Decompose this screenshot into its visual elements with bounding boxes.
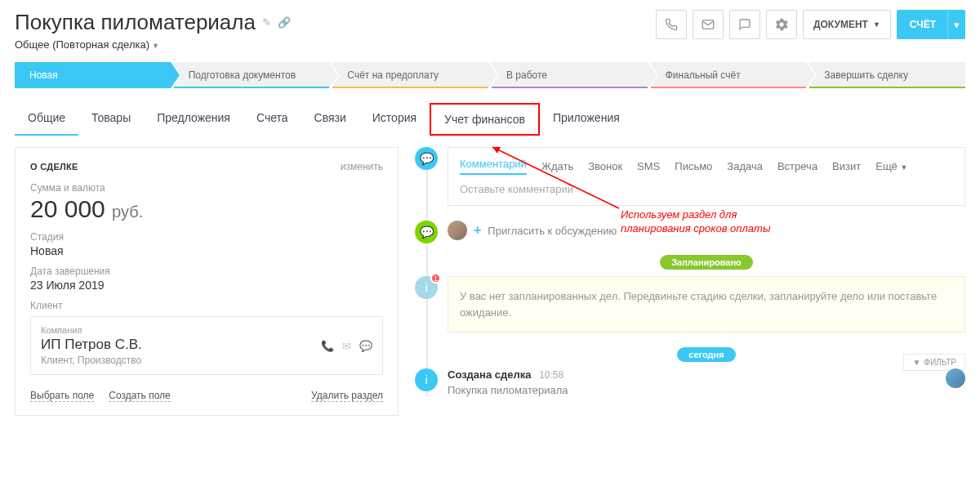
mail-button[interactable] — [693, 10, 724, 39]
client-chat-icon[interactable]: 💬 — [359, 340, 372, 352]
deal-subtitle[interactable]: Общее (Повторная сделка)▼ — [15, 38, 291, 51]
invoice-button[interactable]: СЧЁТ — [897, 10, 949, 39]
client-mail-icon[interactable]: ✉ — [342, 340, 351, 352]
tab-Учет финансов[interactable]: Учет финансов — [430, 103, 540, 136]
stage-item[interactable]: Новая — [15, 62, 171, 88]
delete-section-link[interactable]: Удалить раздел — [311, 390, 383, 402]
avatar — [448, 221, 467, 240]
info-icon: i1 — [415, 276, 438, 299]
deal-title: Покупка пиломатериала — [15, 10, 256, 35]
comment-box: КомментарийЖдатьЗвонокSMSПисьмоЗадачаВст… — [448, 147, 965, 206]
comment-tab-more[interactable]: Ещё ▼ — [875, 160, 907, 172]
comment-input[interactable]: Оставьте комментарий — [460, 183, 953, 195]
end-date-value: 23 Июля 2019 — [30, 279, 383, 292]
amount-value: 20 000 руб. — [30, 195, 383, 223]
client-sub: Клиент, Производство — [41, 355, 372, 366]
comment-tab-Письмо[interactable]: Письмо — [675, 160, 712, 172]
invoice-dropdown[interactable]: ▾ — [947, 10, 965, 39]
tabs: ОбщиеТоварыПредложенияСчетаСвязиИсторияУ… — [0, 103, 980, 136]
event-subtitle: Покупка пиломатериала — [448, 384, 568, 396]
tab-Связи[interactable]: Связи — [301, 103, 359, 136]
link-icon[interactable]: 🔗 — [278, 16, 291, 29]
comment-tab-SMS[interactable]: SMS — [637, 160, 660, 172]
client-phone-icon[interactable]: 📞 — [321, 340, 334, 352]
event-time: 10:58 — [539, 369, 564, 381]
document-button[interactable]: ДОКУМЕНТ ▼ — [803, 10, 891, 39]
stage-item[interactable]: Счёт на предоплату — [332, 62, 488, 88]
tab-Приложения[interactable]: Приложения — [540, 103, 633, 136]
annotation-text: Используем раздел для планирования сроко… — [621, 208, 784, 236]
tab-Товары[interactable]: Товары — [78, 103, 144, 136]
comment-tab-Ждать[interactable]: Ждать — [541, 160, 573, 172]
stage-item[interactable]: В работе — [492, 62, 648, 88]
tab-Счета[interactable]: Счета — [243, 103, 301, 136]
stage-value: Новая — [30, 244, 383, 257]
deal-card: О СДЕЛКЕ изменить Сумма и валюта 20 000 … — [15, 147, 399, 416]
select-field-link[interactable]: Выбрать поле — [30, 390, 94, 402]
stage-pipeline: НоваяПодготовка документовСчёт на предоп… — [0, 62, 980, 88]
settings-button[interactable] — [766, 10, 797, 39]
end-date-label: Дата завершения — [30, 266, 383, 277]
edit-link[interactable]: изменить — [341, 161, 383, 172]
comment-icon: 💬 — [415, 147, 438, 170]
client-label: Клиент — [30, 300, 383, 311]
planned-box: У вас нет запланированных дел. Передвинь… — [448, 276, 965, 333]
stage-label: Стадия — [30, 231, 383, 243]
comment-tab-Задача[interactable]: Задача — [727, 160, 763, 172]
client-box[interactable]: Компания ИП Петров С.В. Клиент, Производ… — [30, 316, 383, 375]
event-title: Создана сделка — [448, 368, 532, 381]
phone-button[interactable] — [656, 10, 687, 39]
invite-icon: 💬 — [415, 221, 438, 243]
comment-tab-Комментарий[interactable]: Комментарий — [460, 158, 527, 175]
planned-pill: Запланировано — [660, 255, 753, 270]
comment-tab-Встреча[interactable]: Встреча — [777, 160, 817, 172]
stage-item[interactable]: Финальный счёт — [651, 62, 807, 88]
card-title: О СДЕЛКЕ — [30, 162, 78, 172]
event-info-icon: i — [415, 368, 438, 391]
today-pill: сегодня — [677, 347, 735, 362]
tab-История[interactable]: История — [359, 103, 430, 136]
pencil-icon[interactable]: ✎ — [262, 16, 271, 29]
tab-Предложения[interactable]: Предложения — [144, 103, 243, 136]
chat-button[interactable] — [729, 10, 760, 39]
event-avatar — [946, 368, 965, 388]
amount-label: Сумма и валюта — [30, 182, 383, 194]
comment-tab-Визит[interactable]: Визит — [832, 160, 861, 172]
tab-Общие[interactable]: Общие — [15, 103, 78, 136]
plus-icon[interactable]: + — [474, 223, 481, 238]
create-field-link[interactable]: Создать поле — [109, 390, 171, 402]
stage-item[interactable]: Завершить сделку — [809, 62, 965, 88]
comment-tab-Звонок[interactable]: Звонок — [588, 160, 622, 172]
stage-item[interactable]: Подготовка документов — [174, 62, 330, 88]
